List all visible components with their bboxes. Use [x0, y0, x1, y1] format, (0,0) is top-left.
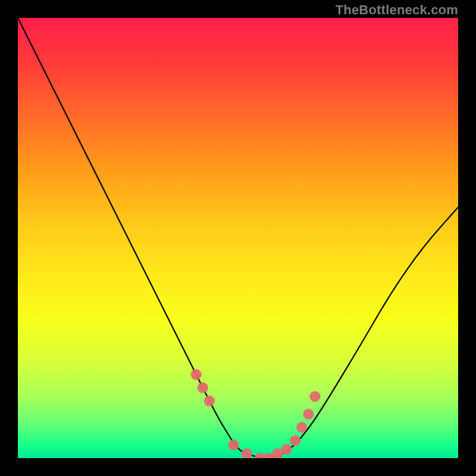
plot-area [18, 18, 458, 458]
bottleneck-curve-line [18, 18, 458, 458]
marker-dot [228, 440, 239, 450]
marker-dot [310, 391, 321, 402]
marker-dot [242, 449, 252, 458]
chart-svg [18, 18, 458, 458]
marker-dot [303, 409, 314, 419]
marker-dot [204, 396, 215, 406]
marker-dot [191, 369, 202, 380]
marker-dot [290, 435, 300, 446]
marker-dot [296, 422, 307, 433]
watermark-text: TheBottleneck.com [336, 2, 458, 18]
marker-dot [281, 444, 292, 455]
highlight-markers [191, 369, 321, 458]
chart-frame: TheBottleneck.com [0, 0, 476, 476]
marker-dot [198, 383, 208, 393]
